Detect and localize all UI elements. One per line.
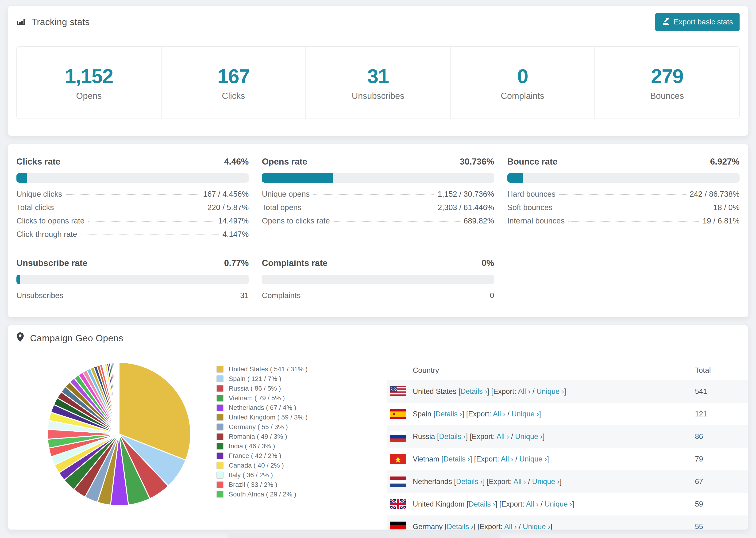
summary-label: Complaints (501, 91, 544, 101)
details-link[interactable]: Details › (460, 387, 487, 396)
legend-swatch (216, 462, 224, 469)
details-link[interactable]: Details › (443, 455, 470, 463)
bracket: ] (564, 387, 566, 396)
separator: / (526, 477, 532, 486)
campaign-geo-opens-card: Campaign Geo Opens United States ( 541 /… (8, 325, 748, 530)
table-row-de: Germany [Details ›] [Export: All › / Uni… (387, 515, 748, 530)
legend-item-spain[interactable]: Spain ( 121 / 7% ) (216, 374, 307, 384)
details-link[interactable]: Details › (436, 410, 462, 418)
export-all-link[interactable]: All › (504, 522, 516, 530)
summary-value: 167 (217, 65, 250, 88)
legend-label: Canada ( 40 / 2% ) (229, 462, 284, 469)
export-all-link[interactable]: All › (501, 455, 513, 463)
geo-title: Campaign Geo Opens (30, 333, 123, 344)
rate-block-bounce: Bounce rate6.927%Hard bounces242 / 86.73… (507, 157, 739, 243)
export-unique-link[interactable]: Unique › (545, 500, 572, 508)
legend-item-united-states[interactable]: United States ( 541 / 31% ) (216, 364, 307, 374)
export-all-link[interactable]: All › (518, 387, 530, 396)
total-column-header: Total (695, 366, 748, 375)
legend-item-brazil[interactable]: Brazil ( 33 / 2% ) (216, 480, 307, 489)
legend-item-germany[interactable]: Germany ( 55 / 3% ) (216, 422, 307, 432)
legend-item-united-kingdom[interactable]: United Kingdom ( 59 / 3% ) (216, 412, 307, 422)
country-cell: United Kingdom [Details ›] [Export: All … (413, 500, 695, 509)
details-link[interactable]: Details › (456, 477, 483, 486)
rate-row: Unique opens1,152 / 30.736% (262, 190, 494, 203)
legend-label: Netherlands ( 67 / 4% ) (229, 404, 296, 411)
legend-item-canada[interactable]: Canada ( 40 / 2% ) (216, 460, 307, 470)
bracket: ] [Export: (487, 387, 518, 396)
geo-header: Campaign Geo Opens (8, 325, 748, 351)
rate-row-label: Total opens (262, 203, 301, 212)
legend-item-italy[interactable]: Italy ( 36 / 2% ) (216, 470, 307, 480)
rate-title: Bounce rate (507, 157, 558, 167)
geo-table-header: Country Total (387, 360, 748, 380)
legend-swatch (216, 423, 224, 430)
bracket: [ (431, 410, 435, 418)
details-link[interactable]: Details › (447, 522, 473, 530)
legend-item-france[interactable]: France ( 42 / 2% ) (216, 451, 307, 460)
total-cell: 55 (695, 522, 748, 530)
rate-row-value: 1,152 / 30.736% (438, 190, 494, 198)
summary-value: 31 (367, 65, 389, 88)
export-unique-link[interactable]: Unique › (512, 410, 539, 418)
summary-label: Opens (76, 91, 102, 101)
rate-row-value: 220 / 5.87% (207, 203, 249, 212)
rate-row-label: Complaints (262, 291, 300, 300)
bracket: [ (443, 522, 447, 530)
details-link[interactable]: Details › (439, 432, 466, 441)
rate-value: 30.736% (460, 157, 494, 167)
export-all-link[interactable]: All › (526, 500, 538, 508)
export-unique-link[interactable]: Unique › (536, 387, 564, 396)
legend-item-russia[interactable]: Russia ( 86 / 5% ) (216, 384, 307, 393)
export-all-link[interactable]: All › (493, 410, 505, 418)
summary-label: Clicks (222, 91, 245, 101)
rate-block-clicks: Clicks rate4.46%Unique clicks167 / 4.456… (17, 157, 249, 243)
export-button-label: Export basic stats (674, 18, 733, 26)
rate-row-label: Soft bounces (507, 203, 553, 212)
rate-row-value: 2,303 / 61.446% (438, 203, 494, 212)
export-all-link[interactable]: All › (513, 477, 526, 486)
rate-title: Complaints rate (262, 258, 328, 268)
rate-row: Unsubscribes31 (17, 291, 249, 304)
export-unique-link[interactable]: Unique › (523, 522, 550, 530)
separator: / (513, 455, 519, 463)
rate-head: Unsubscribe rate0.77% (17, 258, 249, 268)
legend-label: United Kingdom ( 59 / 3% ) (229, 413, 307, 421)
summary-card-opens: 1,152Opens (17, 47, 162, 119)
summary-label: Unsubscribes (352, 91, 404, 101)
legend-item-south-africa[interactable]: South Africa ( 29 / 2% ) (216, 489, 307, 499)
total-cell: 86 (695, 432, 748, 441)
country-cell: United States [Details ›] [Export: All ›… (413, 387, 695, 396)
geo-opens-pie-chart[interactable] (45, 360, 193, 508)
rate-row-value: 19 / 6.81% (702, 216, 739, 225)
bracket: ] (547, 455, 549, 463)
horizontal-scrollbar[interactable] (228, 531, 500, 538)
details-link[interactable]: Details › (469, 500, 495, 508)
legend-item-netherlands[interactable]: Netherlands ( 67 / 4% ) (216, 403, 307, 412)
dotted-leader (568, 221, 699, 222)
legend-item-vietnam[interactable]: Vietnam ( 79 / 5% ) (216, 393, 307, 403)
export-basic-stats-button[interactable]: Export basic stats (655, 13, 739, 31)
bracket: ] [Export: (462, 410, 493, 418)
export-unique-link[interactable]: Unique › (532, 477, 560, 486)
export-unique-link[interactable]: Unique › (519, 455, 547, 463)
summary-stats-row: 1,152Opens167Clicks31Unsubscribes0Compla… (17, 46, 739, 119)
country-cell: Netherlands [Details ›] [Export: All › /… (413, 477, 695, 486)
bracket: ] [Export: (466, 432, 497, 441)
rate-row-value: 14.497% (218, 216, 249, 225)
total-cell: 541 (695, 387, 748, 396)
table-row-ru: Russia [Details ›] [Export: All › / Uniq… (387, 425, 748, 448)
rate-progress-bar (507, 173, 739, 183)
bracket: ] (539, 410, 541, 418)
export-all-link[interactable]: All › (497, 432, 509, 441)
rate-row: Clicks to opens rate14.497% (17, 216, 249, 230)
flag-vn-icon (390, 454, 406, 464)
legend-label: Romania ( 49 / 3% ) (229, 433, 287, 440)
legend-item-india[interactable]: India ( 46 / 3% ) (216, 441, 307, 451)
legend-item-romania[interactable]: Romania ( 49 / 3% ) (216, 432, 307, 441)
flag-ru-icon (390, 431, 406, 442)
export-unique-link[interactable]: Unique › (515, 432, 543, 441)
bracket: [ (435, 432, 439, 441)
export-icon (662, 17, 670, 27)
separator: / (509, 432, 515, 441)
